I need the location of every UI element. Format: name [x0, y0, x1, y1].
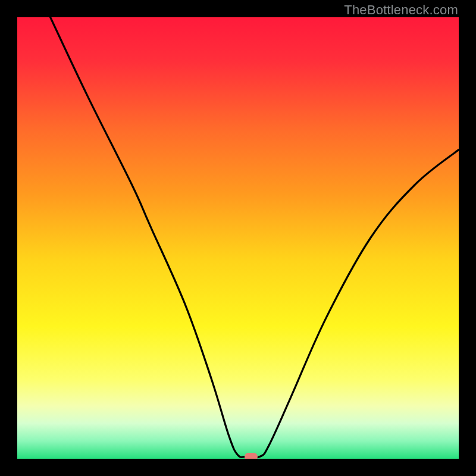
bottleneck-curve [17, 17, 459, 459]
optimal-point-marker [245, 453, 258, 459]
watermark-text: TheBottleneck.com [344, 2, 458, 18]
chart-frame: TheBottleneck.com [0, 0, 476, 476]
plot-area [17, 17, 459, 459]
